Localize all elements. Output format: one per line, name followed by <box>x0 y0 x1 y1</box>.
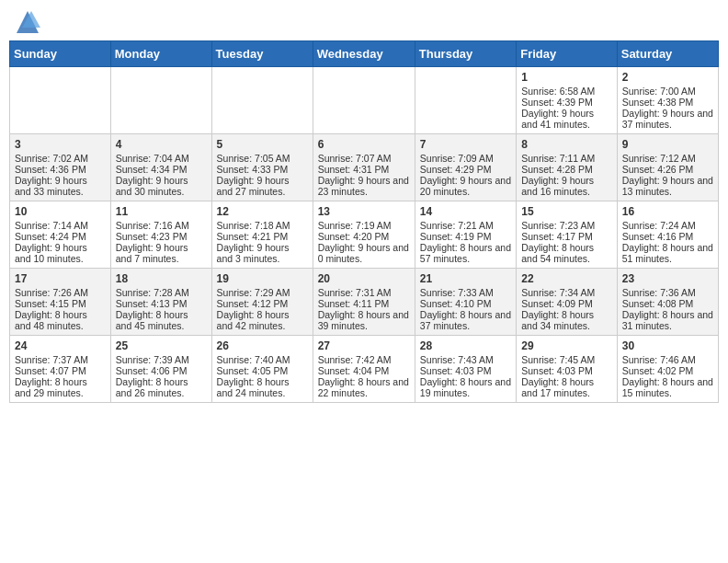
day-number: 23 <box>622 272 713 285</box>
day-number: 2 <box>622 71 713 84</box>
day-info: Sunrise: 7:24 AM <box>622 220 713 231</box>
day-info: Daylight: 9 hours and 30 minutes. <box>116 175 207 197</box>
day-info: Sunrise: 7:00 AM <box>622 86 713 97</box>
day-info: Daylight: 8 hours and 42 minutes. <box>217 309 308 331</box>
day-info: Daylight: 8 hours and 54 minutes. <box>521 242 612 264</box>
day-info: Sunset: 4:13 PM <box>116 298 207 309</box>
day-number: 28 <box>420 339 511 352</box>
day-number: 29 <box>521 339 612 352</box>
day-info: Sunset: 4:10 PM <box>420 298 511 309</box>
day-info: Sunrise: 6:58 AM <box>521 86 612 97</box>
day-number: 8 <box>521 138 612 151</box>
day-info: Daylight: 9 hours and 33 minutes. <box>15 175 106 197</box>
day-info: Sunset: 4:09 PM <box>521 298 612 309</box>
day-info: Sunrise: 7:12 AM <box>622 153 713 164</box>
day-info: Sunset: 4:15 PM <box>15 298 106 309</box>
day-info: Sunrise: 7:42 AM <box>318 354 410 365</box>
calendar-cell: 21Sunrise: 7:33 AMSunset: 4:10 PMDayligh… <box>415 269 516 336</box>
calendar-cell: 7Sunrise: 7:09 AMSunset: 4:29 PMDaylight… <box>415 134 516 201</box>
day-number: 18 <box>116 272 207 285</box>
day-info: Sunset: 4:03 PM <box>521 365 612 376</box>
calendar-cell: 27Sunrise: 7:42 AMSunset: 4:04 PMDayligh… <box>313 336 415 403</box>
day-info: Sunset: 4:17 PM <box>521 231 612 242</box>
day-info: Sunset: 4:34 PM <box>116 164 207 175</box>
day-info: Sunrise: 7:11 AM <box>521 153 612 164</box>
day-info: Sunrise: 7:31 AM <box>318 287 410 298</box>
day-info: Daylight: 9 hours and 7 minutes. <box>116 242 207 264</box>
day-info: Daylight: 9 hours and 37 minutes. <box>622 108 713 130</box>
calendar-cell: 22Sunrise: 7:34 AMSunset: 4:09 PMDayligh… <box>517 269 618 336</box>
day-info: Sunset: 4:36 PM <box>15 164 106 175</box>
calendar-cell: 30Sunrise: 7:46 AMSunset: 4:02 PMDayligh… <box>617 336 718 403</box>
day-info: Sunrise: 7:33 AM <box>420 287 511 298</box>
day-info: Sunrise: 7:29 AM <box>217 287 308 298</box>
calendar-cell: 15Sunrise: 7:23 AMSunset: 4:17 PMDayligh… <box>517 201 618 269</box>
calendar-cell: 10Sunrise: 7:14 AMSunset: 4:24 PMDayligh… <box>10 201 111 269</box>
day-info: Sunset: 4:20 PM <box>318 231 410 242</box>
week-row-3: 10Sunrise: 7:14 AMSunset: 4:24 PMDayligh… <box>10 201 719 269</box>
weekday-header-monday: Monday <box>110 41 211 67</box>
weekday-header-thursday: Thursday <box>415 41 516 67</box>
day-info: Sunset: 4:29 PM <box>420 164 511 175</box>
day-info: Sunset: 4:08 PM <box>622 298 713 309</box>
calendar-cell <box>10 67 111 134</box>
day-info: Sunrise: 7:37 AM <box>15 354 106 365</box>
day-info: Sunset: 4:33 PM <box>217 164 308 175</box>
weekday-header-saturday: Saturday <box>617 41 718 67</box>
day-info: Sunset: 4:21 PM <box>217 231 308 242</box>
calendar-cell: 3Sunrise: 7:02 AMSunset: 4:36 PMDaylight… <box>10 134 111 201</box>
calendar-cell: 2Sunrise: 7:00 AMSunset: 4:38 PMDaylight… <box>617 67 718 134</box>
day-info: Daylight: 8 hours and 45 minutes. <box>116 309 207 331</box>
day-info: Daylight: 8 hours and 31 minutes. <box>622 309 713 331</box>
day-info: Sunrise: 7:19 AM <box>318 220 410 231</box>
day-info: Daylight: 8 hours and 17 minutes. <box>521 376 612 398</box>
weekday-header-row: SundayMondayTuesdayWednesdayThursdayFrid… <box>10 41 719 67</box>
day-info: Daylight: 9 hours and 16 minutes. <box>521 175 612 197</box>
calendar-cell: 23Sunrise: 7:36 AMSunset: 4:08 PMDayligh… <box>617 269 718 336</box>
calendar-table: SundayMondayTuesdayWednesdayThursdayFrid… <box>9 40 719 403</box>
day-info: Sunrise: 7:23 AM <box>521 220 612 231</box>
day-info: Sunrise: 7:18 AM <box>217 220 308 231</box>
day-info: Daylight: 8 hours and 26 minutes. <box>116 376 207 398</box>
day-info: Sunrise: 7:09 AM <box>420 153 511 164</box>
day-info: Sunrise: 7:40 AM <box>217 354 308 365</box>
day-info: Sunset: 4:06 PM <box>116 365 207 376</box>
day-info: Sunrise: 7:14 AM <box>15 220 106 231</box>
day-number: 20 <box>318 272 410 285</box>
calendar-cell: 26Sunrise: 7:40 AMSunset: 4:05 PMDayligh… <box>211 336 313 403</box>
day-info: Sunset: 4:28 PM <box>521 164 612 175</box>
day-info: Sunset: 4:02 PM <box>622 365 713 376</box>
day-info: Daylight: 8 hours and 24 minutes. <box>217 376 308 398</box>
day-info: Daylight: 9 hours and 23 minutes. <box>318 175 410 197</box>
calendar-cell: 11Sunrise: 7:16 AMSunset: 4:23 PMDayligh… <box>110 201 211 269</box>
day-number: 6 <box>318 138 410 151</box>
day-number: 30 <box>622 339 713 352</box>
calendar-cell: 16Sunrise: 7:24 AMSunset: 4:16 PMDayligh… <box>617 201 718 269</box>
day-info: Sunrise: 7:36 AM <box>622 287 713 298</box>
day-info: Daylight: 8 hours and 29 minutes. <box>15 376 106 398</box>
day-number: 12 <box>217 205 308 218</box>
calendar-cell <box>211 67 313 134</box>
day-number: 24 <box>15 339 106 352</box>
calendar-cell: 24Sunrise: 7:37 AMSunset: 4:07 PMDayligh… <box>10 336 111 403</box>
day-info: Sunrise: 7:04 AM <box>116 153 207 164</box>
day-number: 15 <box>521 205 612 218</box>
calendar-cell: 29Sunrise: 7:45 AMSunset: 4:03 PMDayligh… <box>517 336 618 403</box>
day-info: Sunset: 4:26 PM <box>622 164 713 175</box>
day-info: Daylight: 8 hours and 34 minutes. <box>521 309 612 331</box>
day-info: Sunrise: 7:28 AM <box>116 287 207 298</box>
calendar-cell: 13Sunrise: 7:19 AMSunset: 4:20 PMDayligh… <box>313 201 415 269</box>
day-info: Sunrise: 7:45 AM <box>521 354 612 365</box>
day-number: 4 <box>116 138 207 151</box>
calendar-cell: 18Sunrise: 7:28 AMSunset: 4:13 PMDayligh… <box>110 269 211 336</box>
day-info: Daylight: 9 hours and 41 minutes. <box>521 108 612 130</box>
day-number: 16 <box>622 205 713 218</box>
day-info: Sunset: 4:07 PM <box>15 365 106 376</box>
day-number: 27 <box>318 339 410 352</box>
week-row-2: 3Sunrise: 7:02 AMSunset: 4:36 PMDaylight… <box>10 134 719 201</box>
weekday-header-wednesday: Wednesday <box>313 41 415 67</box>
day-info: Sunset: 4:04 PM <box>318 365 410 376</box>
day-info: Sunrise: 7:34 AM <box>521 287 612 298</box>
week-row-5: 24Sunrise: 7:37 AMSunset: 4:07 PMDayligh… <box>10 336 719 403</box>
day-info: Daylight: 9 hours and 10 minutes. <box>15 242 106 264</box>
